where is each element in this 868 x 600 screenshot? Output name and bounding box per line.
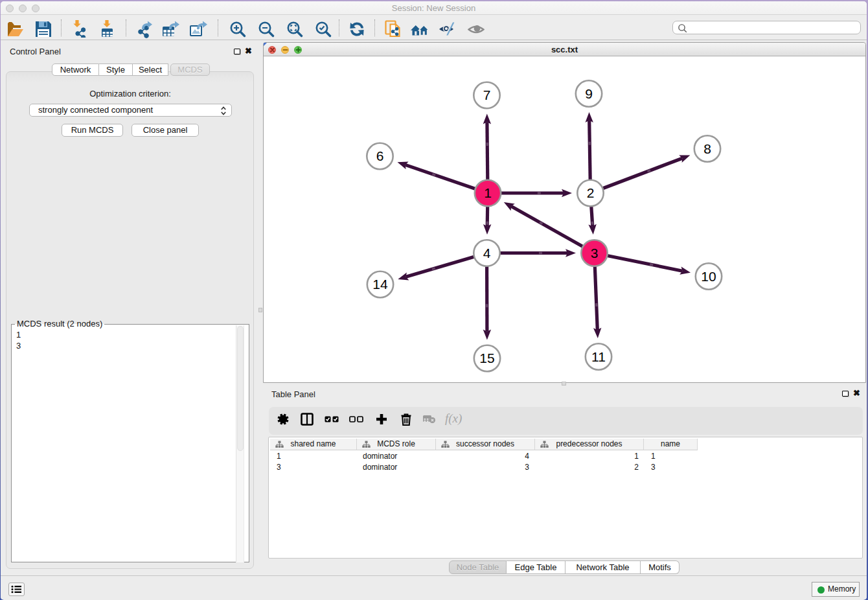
svg-text:1: 1: [484, 185, 492, 200]
svg-text:3: 3: [591, 245, 599, 260]
svg-text:9: 9: [585, 86, 593, 100]
svg-text:15: 15: [479, 351, 494, 365]
svg-text:8: 8: [703, 141, 711, 156]
svg-text:4: 4: [483, 245, 491, 260]
svg-text:2: 2: [587, 185, 595, 200]
svg-text:14: 14: [372, 277, 388, 292]
svg-text:10: 10: [701, 268, 716, 283]
svg-text:11: 11: [591, 349, 606, 363]
svg-text:7: 7: [483, 87, 491, 102]
svg-text:6: 6: [376, 148, 384, 163]
